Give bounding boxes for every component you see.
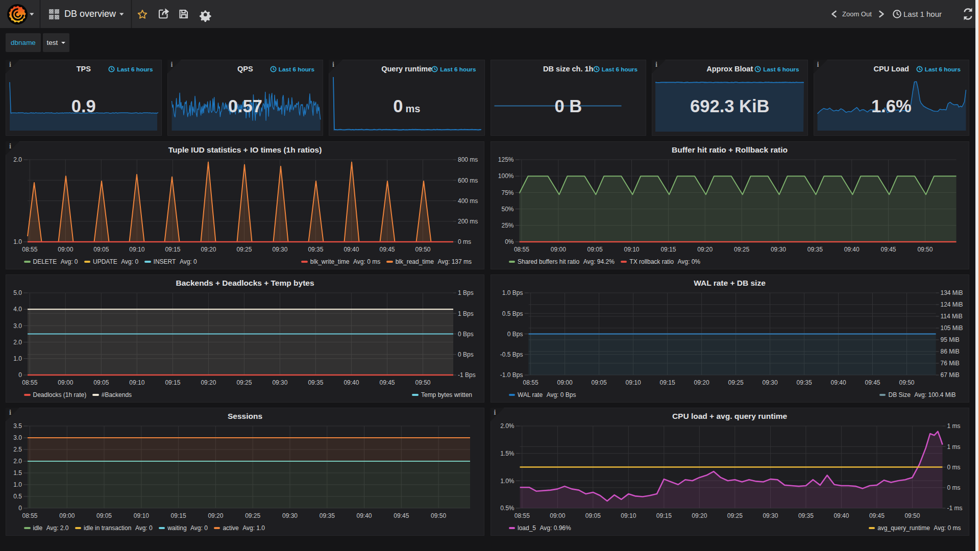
svg-text:09:45: 09:45 bbox=[379, 246, 395, 253]
svg-text:114 MiB: 114 MiB bbox=[940, 313, 962, 320]
svg-text:09:35: 09:35 bbox=[308, 246, 323, 253]
svg-text:09:15: 09:15 bbox=[171, 512, 186, 519]
svg-text:09:00: 09:00 bbox=[58, 246, 73, 253]
svg-text:09:10: 09:10 bbox=[129, 246, 144, 253]
svg-text:09:50: 09:50 bbox=[899, 379, 914, 386]
svg-text:200 ms: 200 ms bbox=[458, 218, 478, 225]
svg-text:09:30: 09:30 bbox=[770, 246, 786, 253]
svg-text:09:50: 09:50 bbox=[415, 246, 430, 253]
svg-text:08:55: 08:55 bbox=[523, 379, 538, 386]
svg-text:09:05: 09:05 bbox=[93, 246, 109, 253]
svg-text:2.0: 2.0 bbox=[13, 458, 22, 465]
svg-text:08:55: 08:55 bbox=[22, 379, 37, 386]
svg-text:09:25: 09:25 bbox=[236, 379, 252, 386]
svg-text:105 MiB: 105 MiB bbox=[940, 324, 963, 332]
svg-text:1.0: 1.0 bbox=[13, 481, 22, 488]
svg-text:09:05: 09:05 bbox=[591, 379, 606, 386]
svg-text:09:05: 09:05 bbox=[93, 379, 109, 386]
svg-text:1 Bps: 1 Bps bbox=[458, 289, 474, 296]
svg-text:86 MiB: 86 MiB bbox=[940, 348, 959, 355]
svg-text:125%: 125% bbox=[498, 156, 513, 163]
svg-text:-1 Bps: -1 Bps bbox=[458, 371, 476, 379]
svg-text:09:00: 09:00 bbox=[59, 512, 75, 519]
svg-text:09:00: 09:00 bbox=[557, 379, 572, 386]
svg-text:67 MiB: 67 MiB bbox=[940, 371, 959, 379]
svg-text:4.0: 4.0 bbox=[13, 306, 22, 313]
svg-text:09:35: 09:35 bbox=[320, 512, 335, 519]
svg-text:100%: 100% bbox=[498, 172, 513, 180]
svg-text:09:20: 09:20 bbox=[201, 246, 216, 253]
svg-text:09:15: 09:15 bbox=[165, 379, 180, 386]
svg-text:09:10: 09:10 bbox=[624, 246, 639, 253]
svg-text:09:40: 09:40 bbox=[356, 512, 372, 519]
svg-text:09:00: 09:00 bbox=[550, 246, 566, 253]
svg-text:09:40: 09:40 bbox=[344, 379, 359, 386]
svg-text:09:45: 09:45 bbox=[869, 512, 884, 519]
svg-text:2.0: 2.0 bbox=[13, 156, 22, 163]
svg-text:50%: 50% bbox=[501, 206, 513, 213]
svg-text:09:30: 09:30 bbox=[282, 512, 298, 519]
svg-text:0: 0 bbox=[18, 505, 22, 512]
svg-text:1.0 Bps: 1.0 Bps bbox=[502, 289, 523, 296]
svg-text:0%: 0% bbox=[505, 238, 514, 245]
svg-text:09:35: 09:35 bbox=[807, 246, 822, 253]
svg-text:09:20: 09:20 bbox=[208, 512, 223, 519]
svg-text:09:45: 09:45 bbox=[379, 379, 395, 386]
svg-text:09:45: 09:45 bbox=[880, 246, 896, 253]
svg-text:09:15: 09:15 bbox=[659, 379, 675, 386]
svg-text:09:15: 09:15 bbox=[656, 512, 671, 519]
svg-text:0 ms: 0 ms bbox=[947, 484, 960, 491]
svg-text:09:50: 09:50 bbox=[904, 512, 920, 519]
svg-text:600 ms: 600 ms bbox=[458, 177, 478, 184]
svg-text:800 ms: 800 ms bbox=[458, 156, 478, 163]
svg-text:1 ms: 1 ms bbox=[947, 422, 960, 430]
svg-text:09:10: 09:10 bbox=[134, 512, 149, 519]
svg-text:08:55: 08:55 bbox=[514, 512, 529, 519]
svg-text:76 MiB: 76 MiB bbox=[940, 360, 959, 367]
svg-text:09:30: 09:30 bbox=[272, 246, 287, 253]
svg-text:1.0: 1.0 bbox=[13, 355, 22, 362]
svg-text:0 Bps: 0 Bps bbox=[507, 331, 523, 338]
svg-text:09:30: 09:30 bbox=[762, 379, 777, 386]
svg-text:1.5: 1.5 bbox=[13, 469, 22, 477]
svg-text:1.5%: 1.5% bbox=[500, 450, 514, 457]
svg-text:09:00: 09:00 bbox=[58, 379, 73, 386]
svg-text:09:10: 09:10 bbox=[625, 379, 641, 386]
svg-text:09:50: 09:50 bbox=[415, 379, 430, 386]
svg-text:08:55: 08:55 bbox=[22, 512, 37, 519]
svg-text:09:05: 09:05 bbox=[587, 246, 602, 253]
svg-text:09:35: 09:35 bbox=[798, 512, 813, 519]
svg-text:0 Bps: 0 Bps bbox=[458, 331, 474, 338]
svg-text:0.5 Bps: 0.5 Bps bbox=[502, 310, 523, 317]
svg-text:09:20: 09:20 bbox=[201, 379, 216, 386]
svg-text:1.0%: 1.0% bbox=[500, 478, 514, 485]
svg-text:-0.5 Bps: -0.5 Bps bbox=[500, 351, 523, 358]
svg-text:09:00: 09:00 bbox=[550, 512, 565, 519]
svg-text:1 ms: 1 ms bbox=[947, 443, 960, 450]
svg-text:-1.0 Bps: -1.0 Bps bbox=[500, 371, 523, 379]
svg-text:1.0: 1.0 bbox=[13, 238, 22, 245]
svg-text:0.5: 0.5 bbox=[13, 493, 22, 500]
svg-text:09:40: 09:40 bbox=[834, 512, 849, 519]
svg-text:0 ms: 0 ms bbox=[458, 238, 471, 245]
svg-text:09:35: 09:35 bbox=[796, 379, 812, 386]
svg-text:2.5: 2.5 bbox=[13, 446, 22, 453]
svg-text:09:05: 09:05 bbox=[585, 512, 600, 519]
svg-text:134 MiB: 134 MiB bbox=[940, 289, 963, 296]
svg-text:3.0: 3.0 bbox=[13, 434, 22, 441]
svg-text:09:05: 09:05 bbox=[96, 512, 112, 519]
svg-text:09:25: 09:25 bbox=[734, 246, 749, 253]
svg-text:3.5: 3.5 bbox=[13, 422, 22, 430]
svg-text:09:30: 09:30 bbox=[763, 512, 778, 519]
svg-text:09:50: 09:50 bbox=[917, 246, 933, 253]
svg-text:09:15: 09:15 bbox=[165, 246, 180, 253]
svg-text:09:25: 09:25 bbox=[728, 379, 743, 386]
svg-text:09:20: 09:20 bbox=[692, 512, 707, 519]
svg-text:09:50: 09:50 bbox=[431, 512, 446, 519]
svg-text:124 MiB: 124 MiB bbox=[940, 301, 963, 308]
svg-text:09:20: 09:20 bbox=[697, 246, 713, 253]
svg-text:09:40: 09:40 bbox=[830, 379, 846, 386]
svg-text:09:40: 09:40 bbox=[344, 246, 359, 253]
svg-text:09:25: 09:25 bbox=[236, 246, 252, 253]
svg-text:09:45: 09:45 bbox=[865, 379, 880, 386]
